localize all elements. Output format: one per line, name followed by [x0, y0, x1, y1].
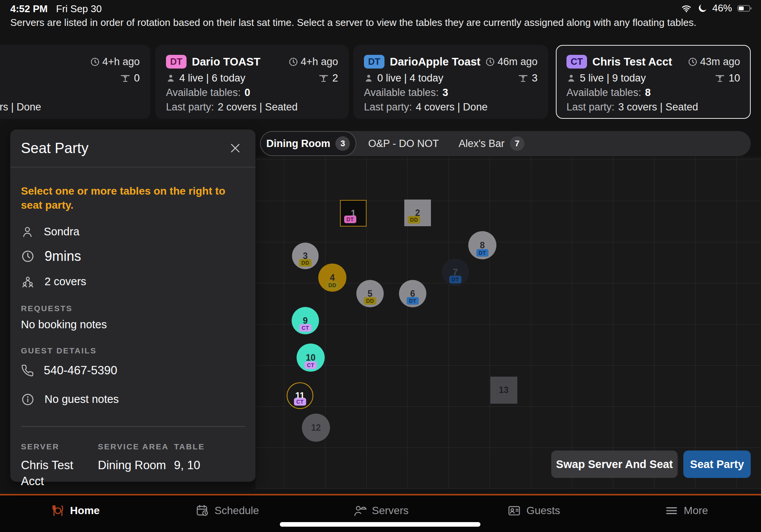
battery-percentage: 46% — [712, 2, 732, 14]
server-card[interactable]: CTChris Test Acct43m ago5 live | 9 today… — [556, 45, 751, 119]
available-tables-value: 0 — [244, 87, 250, 99]
moon-icon — [697, 3, 708, 14]
last-party-value: 4 covers | Done — [416, 101, 488, 113]
covers-count: 2 covers — [45, 275, 86, 288]
table-server-badge: DT — [407, 297, 419, 305]
last-party-value: 2 covers | Seated — [218, 101, 298, 113]
floor-table-3[interactable]: 3DD — [292, 243, 319, 269]
table-number: 12 — [311, 423, 321, 433]
floor-table-12[interactable]: 12 — [302, 414, 330, 442]
nav-label: More — [684, 505, 708, 517]
floor-table-1[interactable]: 1DT — [340, 200, 367, 227]
floor-table-8[interactable]: 8DT — [468, 231, 496, 259]
panel-divider — [21, 426, 245, 427]
nav-label: Schedule — [215, 505, 259, 517]
nav-item-home[interactable]: Home — [51, 504, 100, 518]
floor-table-6[interactable]: 6DT — [399, 280, 426, 307]
service-area-tab-bar: Dining Room3O&P - DO NOTAlex's Bar7 — [260, 131, 751, 156]
floor-table-10[interactable]: 10CT — [297, 343, 325, 372]
wait-time: 9mins — [45, 248, 81, 264]
available-tables-label: Available tables: — [364, 87, 439, 99]
server-card[interactable]: b Smith4+h agoe | 2 today0e tables:0rty:… — [0, 45, 150, 119]
nav-label: Home — [70, 505, 100, 517]
info-icon — [21, 393, 35, 406]
guest-details-label: GUEST DETAILS — [21, 346, 245, 355]
tab-label: O&P - DO NOT — [368, 138, 439, 150]
available-tables-value: 3 — [442, 87, 448, 99]
panel-title: Seat Party — [21, 140, 88, 157]
nav-item-schedule[interactable]: Schedule — [196, 504, 259, 518]
tab-table-count-badge: 7 — [510, 136, 524, 151]
status-time: 4:52 PM — [10, 3, 48, 15]
server-label: SERVER — [21, 442, 98, 451]
wait-time-row: 9mins — [21, 248, 245, 264]
floor-table-4[interactable]: 4DD — [318, 264, 346, 292]
tab-o-p-do-not[interactable]: O&P - DO NOT — [368, 131, 439, 156]
service-area-label: SERVICE AREA — [98, 442, 174, 451]
tab-label: Dining Room — [266, 138, 330, 150]
table-small — [517, 73, 529, 83]
floor-table-9[interactable]: 9CT — [292, 307, 319, 334]
last-party-label: Last party: — [566, 101, 614, 113]
floor-table-2[interactable]: 2DD — [404, 200, 431, 226]
clock-icon — [21, 249, 35, 263]
last-party-label: Last party: — [166, 101, 214, 113]
table-server-badge: DT — [476, 249, 488, 257]
server-initials-badge: DT — [364, 55, 384, 69]
last-party-value: 2 covers | Done — [0, 101, 41, 113]
table-number: 13 — [499, 385, 509, 395]
table-server-badge: DD — [326, 281, 338, 289]
covers-row: 2 covers — [21, 275, 245, 289]
table-label: TABLE — [174, 442, 245, 451]
guests-icon — [507, 504, 521, 518]
floor-table-13[interactable]: 13 — [490, 377, 517, 404]
nav-label: Servers — [372, 505, 408, 517]
nav-item-more[interactable]: More — [665, 504, 708, 518]
tab-dining-room[interactable]: Dining Room3 — [260, 131, 356, 156]
close-icon[interactable] — [229, 142, 242, 155]
tab-alex-s-bar[interactable]: Alex's Bar7 — [459, 131, 525, 156]
ago-text: 46m ago — [498, 56, 538, 68]
server-name: Dario TOAST — [192, 56, 260, 68]
server-card[interactable]: DTDarioApple Toast46m ago0 live | 4 toda… — [353, 45, 548, 119]
clock-small — [288, 57, 298, 67]
schedule-icon — [196, 504, 209, 518]
nav-item-guests[interactable]: Guests — [507, 504, 560, 518]
ago-text: 4+h ago — [301, 56, 338, 68]
last-party-label: Last party: — [364, 101, 412, 113]
guest-name-row: Sondra — [21, 225, 245, 238]
nav-item-servers[interactable]: Servers — [353, 504, 408, 518]
table-server-badge: CT — [294, 398, 306, 406]
swap-server-and-seat-button[interactable]: Swap Server And Seat — [551, 451, 678, 478]
clock-small — [688, 57, 698, 67]
select-tables-instruction: Select one or more tables on the right t… — [21, 184, 234, 212]
tab-table-count-badge: 3 — [335, 136, 350, 151]
floor-table-5[interactable]: 5DD — [356, 280, 384, 307]
floor-table-7[interactable]: 7DT — [442, 259, 469, 286]
floor-table-11[interactable]: 11CT — [287, 382, 313, 409]
table-server-badge: CT — [299, 324, 311, 332]
person-icon — [21, 225, 34, 238]
table-server-badge: DD — [299, 259, 311, 267]
servers-icon — [353, 504, 367, 518]
last-sat-time: 4+h ago — [90, 56, 140, 68]
floor-plan: 1DT2DD3DD4DD5DD6DT7DT8DT9CT10CT11CT1213 — [255, 157, 761, 489]
table-small — [714, 73, 726, 83]
server-card-row: b Smith4+h agoe | 2 today0e tables:0rty:… — [0, 45, 761, 119]
guest-notes: No guest notes — [45, 393, 119, 406]
server-name: DarioApple Toast — [390, 56, 480, 68]
table-value: 9, 10 — [174, 457, 245, 473]
wifi-icon — [680, 3, 692, 13]
server-card[interactable]: DTDario TOAST4+h ago4 live | 6 today2Ava… — [155, 45, 349, 119]
requests-label: REQUESTS — [21, 304, 245, 313]
table-server-badge: CT — [305, 361, 317, 369]
seat-party-button[interactable]: Seat Party — [683, 451, 751, 478]
home-indicator[interactable] — [280, 522, 480, 527]
tab-label: Alex's Bar — [459, 138, 505, 150]
screen: 4:52 PM Fri Sep 30 46% — [0, 0, 761, 532]
covers-icon — [21, 275, 35, 289]
ago-text: 4+h ago — [102, 56, 140, 68]
ago-text: 43m ago — [700, 56, 740, 68]
seat-party-panel: Seat Party Select one or more tables on … — [10, 129, 255, 482]
last-party-value: 3 covers | Seated — [618, 101, 698, 113]
